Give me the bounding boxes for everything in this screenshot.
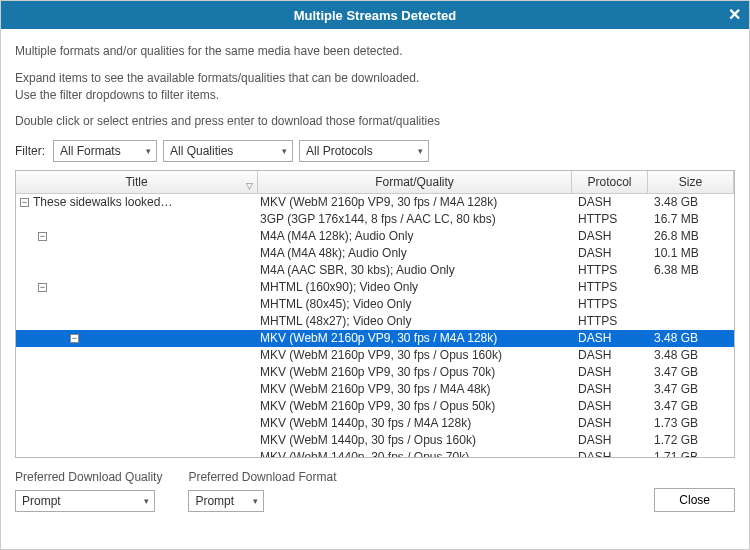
cell-title: [16, 296, 258, 313]
cell-size: 6.38 MB: [648, 262, 734, 279]
cell-format-quality: MHTML (80x45); Video Only: [258, 296, 572, 313]
close-icon[interactable]: ✕: [728, 5, 741, 24]
table-row[interactable]: MKV (WebM 2160p VP9, 30 fps / Opus 50k)D…: [16, 398, 734, 415]
cell-size: [648, 296, 734, 313]
cell-size: 10.1 MB: [648, 245, 734, 262]
cell-size: 3.47 GB: [648, 381, 734, 398]
cell-format-quality: M4A (AAC SBR, 30 kbs); Audio Only: [258, 262, 572, 279]
table-row[interactable]: MKV (WebM 2160p VP9, 30 fps / M4A 48k)DA…: [16, 381, 734, 398]
table-row[interactable]: −M4A (M4A 128k); Audio OnlyDASH26.8 MB: [16, 228, 734, 245]
column-header-size[interactable]: Size: [648, 171, 734, 193]
collapse-toggle-icon[interactable]: −: [38, 232, 47, 241]
table-row[interactable]: M4A (M4A 48k); Audio OnlyDASH10.1 MB: [16, 245, 734, 262]
filter-label: Filter:: [15, 144, 45, 158]
cell-format-quality: MKV (WebM 2160p VP9, 30 fps / Opus 70k): [258, 364, 572, 381]
cell-title: [16, 432, 258, 449]
cell-format-quality: M4A (M4A 48k); Audio Only: [258, 245, 572, 262]
collapse-toggle-icon[interactable]: −: [38, 283, 47, 292]
cell-protocol: DASH: [572, 449, 648, 458]
cell-size: 1.73 GB: [648, 415, 734, 432]
cell-title: [16, 364, 258, 381]
table-row[interactable]: 3GP (3GP 176x144, 8 fps / AAC LC, 80 kbs…: [16, 211, 734, 228]
cell-protocol: HTTPS: [572, 262, 648, 279]
cell-size: 3.48 GB: [648, 194, 734, 211]
table-row[interactable]: −MHTML (160x90); Video OnlyHTTPS: [16, 279, 734, 296]
preferred-quality-label: Preferred Download Quality: [15, 470, 162, 484]
filter-formats-value: All Formats: [60, 144, 121, 158]
collapse-toggle-icon[interactable]: −: [20, 198, 29, 207]
cell-protocol: DASH: [572, 364, 648, 381]
filter-row: Filter: All Formats ▾ All Qualities ▾ Al…: [15, 140, 735, 162]
cell-protocol: HTTPS: [572, 313, 648, 330]
table-row[interactable]: M4A (AAC SBR, 30 kbs); Audio OnlyHTTPS6.…: [16, 262, 734, 279]
cell-title: [16, 211, 258, 228]
filter-qualities-select[interactable]: All Qualities ▾: [163, 140, 293, 162]
table-row[interactable]: MHTML (48x27); Video OnlyHTTPS: [16, 313, 734, 330]
table-row[interactable]: MKV (WebM 2160p VP9, 30 fps / Opus 160k)…: [16, 347, 734, 364]
close-button[interactable]: Close: [654, 488, 735, 512]
cell-protocol: DASH: [572, 330, 648, 347]
cell-size: 1.71 GB: [648, 449, 734, 458]
table-row[interactable]: MKV (WebM 1440p, 30 fps / Opus 70k)DASH1…: [16, 449, 734, 458]
filter-qualities-value: All Qualities: [170, 144, 233, 158]
cell-size: 3.48 GB: [648, 347, 734, 364]
preferred-format-select[interactable]: Prompt ▾: [188, 490, 264, 512]
table-row[interactable]: MKV (WebM 1440p, 30 fps / Opus 160k)DASH…: [16, 432, 734, 449]
cell-size: [648, 279, 734, 296]
info-line-3: Use the filter dropdowns to filter items…: [15, 88, 219, 102]
preferred-quality-select[interactable]: Prompt ▾: [15, 490, 155, 512]
column-header-protocol[interactable]: Protocol: [572, 171, 648, 193]
table-row[interactable]: −MKV (WebM 2160p VP9, 30 fps / M4A 128k)…: [16, 330, 734, 347]
streams-table[interactable]: Title ▽ Format/Quality Protocol Size −Th…: [15, 170, 735, 458]
cell-format-quality: M4A (M4A 128k); Audio Only: [258, 228, 572, 245]
preferred-format-value: Prompt: [195, 494, 234, 508]
filter-glyph-icon: ▽: [246, 181, 253, 191]
collapse-toggle-icon[interactable]: −: [70, 334, 79, 343]
cell-title: −: [16, 228, 258, 245]
info-block-2: Expand items to see the available format…: [15, 70, 735, 104]
cell-protocol: HTTPS: [572, 296, 648, 313]
cell-title: [16, 313, 258, 330]
cell-protocol: HTTPS: [572, 279, 648, 296]
cell-size: [648, 313, 734, 330]
column-header-title[interactable]: Title ▽: [16, 171, 258, 193]
table-header: Title ▽ Format/Quality Protocol Size: [16, 171, 734, 194]
table-row[interactable]: −These sidewalks looked…MKV (WebM 2160p …: [16, 194, 734, 211]
column-header-format-quality[interactable]: Format/Quality: [258, 171, 572, 193]
titlebar: Multiple Streams Detected ✕: [1, 1, 749, 29]
cell-format-quality: MKV (WebM 2160p VP9, 30 fps / Opus 50k): [258, 398, 572, 415]
row-title-text: These sidewalks looked…: [33, 194, 172, 211]
cell-format-quality: MHTML (48x27); Video Only: [258, 313, 572, 330]
footer: Preferred Download Quality Prompt ▾ Pref…: [1, 458, 749, 524]
filter-protocols-select[interactable]: All Protocols ▾: [299, 140, 429, 162]
cell-protocol: DASH: [572, 228, 648, 245]
cell-format-quality: MKV (WebM 2160p VP9, 30 fps / M4A 48k): [258, 381, 572, 398]
chevron-down-icon: ▾: [144, 496, 149, 506]
cell-format-quality: MKV (WebM 2160p VP9, 30 fps / M4A 128k): [258, 330, 572, 347]
cell-format-quality: MKV (WebM 1440p, 30 fps / Opus 70k): [258, 449, 572, 458]
preferred-format-label: Preferred Download Format: [188, 470, 336, 484]
preferred-format-block: Preferred Download Format Prompt ▾: [188, 470, 336, 512]
chevron-down-icon: ▾: [146, 146, 151, 156]
cell-size: 3.47 GB: [648, 398, 734, 415]
cell-title: [16, 347, 258, 364]
table-body: −These sidewalks looked…MKV (WebM 2160p …: [16, 194, 734, 458]
cell-protocol: DASH: [572, 432, 648, 449]
cell-title: [16, 449, 258, 458]
cell-size: 3.47 GB: [648, 364, 734, 381]
cell-format-quality: 3GP (3GP 176x144, 8 fps / AAC LC, 80 kbs…: [258, 211, 572, 228]
window-title: Multiple Streams Detected: [294, 8, 457, 23]
cell-protocol: DASH: [572, 245, 648, 262]
table-row[interactable]: MKV (WebM 2160p VP9, 30 fps / Opus 70k)D…: [16, 364, 734, 381]
cell-title: [16, 381, 258, 398]
cell-title: [16, 398, 258, 415]
filter-formats-select[interactable]: All Formats ▾: [53, 140, 157, 162]
preferred-quality-value: Prompt: [22, 494, 61, 508]
table-row[interactable]: MKV (WebM 1440p, 30 fps / M4A 128k)DASH1…: [16, 415, 734, 432]
preferred-quality-block: Preferred Download Quality Prompt ▾: [15, 470, 162, 512]
chevron-down-icon: ▾: [418, 146, 423, 156]
table-row[interactable]: MHTML (80x45); Video OnlyHTTPS: [16, 296, 734, 313]
cell-format-quality: MKV (WebM 1440p, 30 fps / Opus 160k): [258, 432, 572, 449]
cell-title: [16, 262, 258, 279]
cell-size: 3.48 GB: [648, 330, 734, 347]
